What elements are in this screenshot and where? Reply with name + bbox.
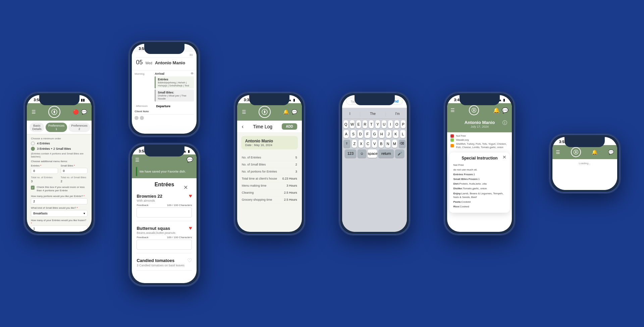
chat-icon-6[interactable]: 💬: [502, 107, 508, 114]
key-w[interactable]: W: [350, 120, 355, 128]
key-e[interactable]: E: [356, 120, 361, 128]
bell-icon-7[interactable]: 🔔: [592, 149, 597, 155]
key-r[interactable]: R: [363, 120, 367, 128]
heart-icon-3[interactable]: ♡: [187, 257, 192, 264]
date-day: Wed: [146, 61, 152, 65]
key-return[interactable]: return: [378, 149, 394, 158]
badge-text-1: Nut Free: [456, 134, 466, 138]
small-bites-select[interactable]: Breakfasts ▾: [31, 210, 88, 217]
total-bites-box: Total no. of Small Bites 2: [61, 176, 88, 184]
key-z[interactable]: Z: [352, 140, 357, 148]
feedback-box-2[interactable]: [137, 240, 192, 250]
entrees-col: Entrées * 0: [31, 164, 58, 174]
additional-label: Choose additional menu items:: [31, 160, 88, 163]
chat-icon-3[interactable]: 💬: [186, 156, 193, 163]
heart-icon-1[interactable]: ♥: [189, 193, 192, 199]
key-v[interactable]: V: [372, 140, 377, 148]
section-title-1: Choose a minimum order: [31, 137, 88, 140]
menu-icon-3[interactable]: ☰: [135, 157, 140, 162]
key-y[interactable]: Y: [375, 120, 380, 128]
phone-bottom-small: 3:51 ☰ 🔔 💬 Loading...: [549, 133, 621, 194]
key-x[interactable]: X: [359, 140, 364, 148]
row-menu-time: Menu making time 3 Hours: [242, 182, 297, 189]
feedback-box-1[interactable]: [137, 207, 192, 217]
tab-basic-details[interactable]: Basic Details: [30, 123, 44, 132]
radio-circle-2: [31, 147, 35, 151]
si-close-button[interactable]: ✕: [502, 154, 506, 160]
special-instruction-modal: ✕ Special Instruction Nut Free do not us…: [449, 152, 510, 213]
key-q[interactable]: Q: [343, 120, 348, 128]
key-delete[interactable]: ⌫: [399, 140, 406, 148]
phone-time-log: 3:38 ▲ ▮ ☰ 🔔 💬 ‹ Time Log ADD: [233, 91, 306, 236]
suggestion-im[interactable]: I'm: [393, 111, 402, 117]
toast-notification: We have saved your Favorite dish.: [132, 165, 197, 178]
radio-3-entrees[interactable]: 3 Entrées + 2 Small Bites: [31, 147, 88, 151]
back-arrow[interactable]: ‹: [242, 124, 244, 130]
key-o[interactable]: O: [394, 120, 399, 128]
key-emoji[interactable]: ☺: [358, 149, 367, 158]
bell-icon-1[interactable]: 🔴: [73, 109, 78, 115]
small-bites-kind-label: What kind of Small Bites would you like?…: [31, 206, 88, 209]
client-note-label: Client Note: [132, 109, 197, 123]
key-i[interactable]: I: [388, 120, 393, 128]
entrees-input[interactable]: 0: [31, 168, 58, 174]
tab-preferences-2[interactable]: Preferences 2: [68, 123, 90, 132]
bell-icon-6[interactable]: 🔔: [493, 107, 500, 114]
si-row-5: Dislike:Tomato,garlic, onion: [453, 187, 506, 190]
info-icon-6[interactable]: ⓘ: [502, 120, 507, 126]
menu-icon-6[interactable]: ☰: [450, 108, 455, 113]
key-num[interactable]: 123: [345, 149, 356, 158]
key-m[interactable]: M: [392, 140, 397, 148]
key-c[interactable]: C: [365, 140, 370, 148]
dish-card-2: Butternut squas ♥ Beans,wasabi,butter,pe…: [137, 223, 192, 253]
key-mic[interactable]: 🎤: [395, 149, 404, 158]
key-h[interactable]: H: [379, 130, 384, 138]
key-b[interactable]: B: [379, 140, 384, 148]
dish-name-row-3: Candied tomatoes ♡: [137, 257, 192, 264]
chat-icon-1[interactable]: 💬: [81, 109, 87, 115]
tab-preferences-1[interactable]: Preferences 1: [46, 123, 67, 132]
key-d[interactable]: D: [358, 130, 363, 138]
key-s[interactable]: S: [351, 130, 356, 138]
close-modal-icon[interactable]: ✕: [183, 184, 188, 191]
key-t[interactable]: T: [369, 120, 374, 128]
checkbox-row[interactable]: ✓ Check this box if you would more or le…: [31, 186, 88, 193]
key-n[interactable]: N: [385, 140, 390, 148]
eye-icon[interactable]: 👁: [191, 72, 194, 75]
dish-sub-2: Beans,wasabi,butter,peanuts: [137, 231, 192, 235]
radio-4-entrees[interactable]: 4 Entrées: [31, 141, 88, 145]
heart-icon-2[interactable]: ♥: [189, 225, 192, 231]
phone-notch-7: [565, 137, 605, 147]
add-button[interactable]: ADD: [282, 123, 297, 130]
bell-icon-4[interactable]: 🔔: [283, 109, 289, 115]
key-k[interactable]: K: [393, 130, 398, 138]
suggestion-the[interactable]: The: [367, 111, 378, 117]
portions-input[interactable]: 2: [31, 198, 88, 204]
radio-note: (Entrées contain 4 portions and Small Bi…: [31, 152, 88, 158]
menu-icon-1[interactable]: ☰: [32, 109, 36, 115]
bites-input[interactable]: 0: [61, 168, 88, 174]
menu-icon-4[interactable]: ☰: [242, 109, 246, 115]
frozen-entrees-input[interactable]: 1: [31, 225, 88, 232]
suggestion-i[interactable]: I: [347, 111, 353, 117]
row-cleaning: Cleaning 2.5 Hours: [242, 189, 297, 196]
si-row-3: Small Bites Frozen:1: [453, 177, 506, 181]
menu-icon-7[interactable]: ☰: [556, 149, 560, 155]
si-row-4: Diet:Protein, fruits,keto ,vita: [453, 182, 506, 186]
key-g[interactable]: G: [372, 130, 377, 138]
key-j[interactable]: J: [386, 130, 391, 138]
key-space[interactable]: space: [368, 149, 377, 158]
time-log-title: Time Log: [253, 124, 272, 129]
chat-icon-4[interactable]: 💬: [291, 109, 297, 115]
key-shift[interactable]: ⇧: [343, 140, 350, 148]
dish-sub-1: With almonds: [137, 199, 192, 202]
header-icons-6: 🔔 💬: [493, 107, 508, 114]
key-l[interactable]: L: [400, 130, 406, 138]
chat-icon-7[interactable]: 💬: [608, 149, 614, 155]
key-u[interactable]: U: [382, 120, 386, 128]
key-a[interactable]: A: [343, 130, 349, 138]
key-f[interactable]: F: [365, 130, 370, 138]
checkbox-portions[interactable]: ✓: [31, 186, 35, 190]
phone-keyboard: Type a message... Send I | The | I'm Q W…: [338, 91, 411, 236]
key-p[interactable]: P: [401, 120, 406, 128]
